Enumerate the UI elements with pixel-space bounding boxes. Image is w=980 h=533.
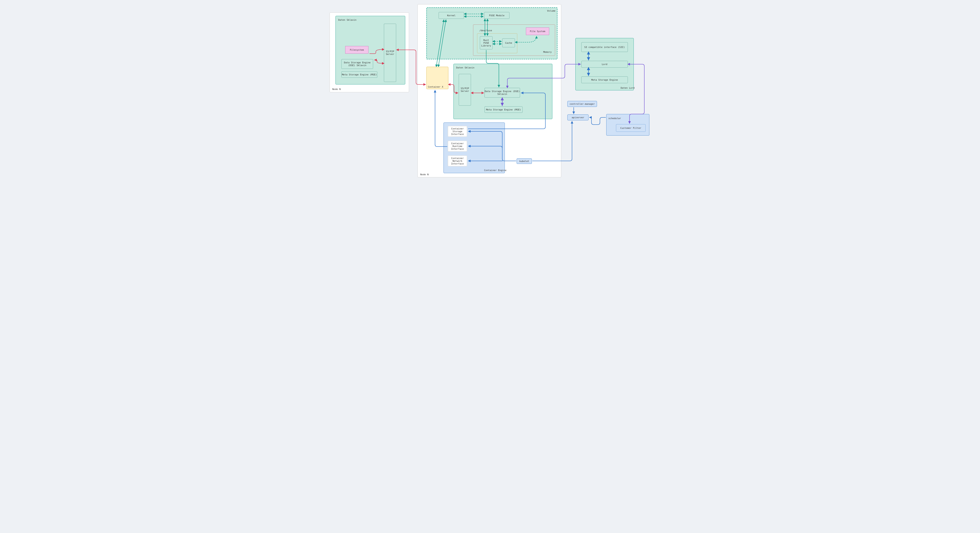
daten-lord-label: Daten Lord [620,87,635,89]
customer-filter: Customer Filter [616,124,646,132]
cni: Container Network Interface [448,155,467,167]
volume-label: Volume [547,10,555,12]
csi: Container Storage Interface [448,126,467,137]
file-system: File System [526,27,549,35]
kubelet: kubelet [517,159,532,164]
left-panel-label: Daten Sklavin [338,19,356,21]
left-s3p2p: S3/P2P Server [384,24,396,82]
memory-label: Memory [543,51,552,54]
apiserver: apiserver [567,114,589,121]
left-dse: Data Storage Engine (DSE) Sklavin [341,59,373,69]
left-filesystem: Filesystem [345,46,369,54]
container-x-label: Container X [428,86,443,88]
controller-manager: controller-manager [567,101,597,107]
center-panel-label: Daten Sklavin [456,66,474,69]
kernel: Kernel [439,12,464,19]
center-node-label: Node N [420,173,429,176]
dev-fuse-label: /dev/fuse [479,29,492,32]
right-mse: Meta Storage Engine [581,76,628,83]
fuse-module: FUSE Module [484,12,509,19]
cri: Container Runtime Interface [448,141,467,152]
rust-fuse: Rust FUSE Library [480,36,493,49]
left-node-label: Node N [332,88,341,90]
cache: Cache [502,38,515,47]
center-s3p2p: S3/P2P Server [459,74,471,106]
left-mse: Meta Storage Engine (MSE) [341,71,377,78]
engine-label: Container Engine [484,169,506,172]
center-dse: Data Storage Engine (DSE) Sklavin [485,88,520,98]
center-mse: Meta Storage Engine (MSE) [485,106,523,113]
lord: Lord [581,61,628,68]
s3i: S3 compatible interface (S3I) [581,42,628,52]
scheduler-label: schedular [608,117,621,120]
